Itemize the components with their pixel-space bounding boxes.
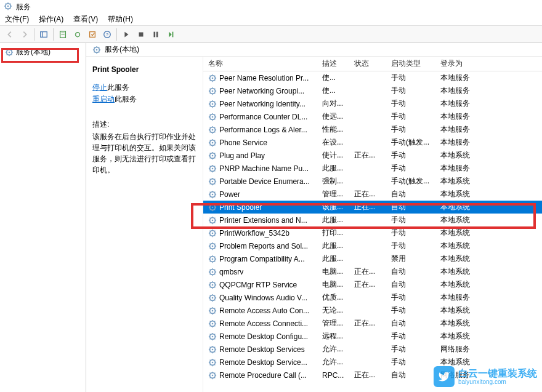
col-header-logon[interactable]: 登录为 <box>435 58 497 69</box>
cell-desc: 此服... <box>317 215 349 225</box>
service-row[interactable]: Portable Device Enumera...强制...手动(触发...本… <box>203 175 542 188</box>
gear-icon <box>208 358 217 367</box>
service-row[interactable]: Problem Reports and Sol...此服...手动本地系统 <box>203 239 542 252</box>
col-header-name[interactable]: 名称 <box>203 58 317 69</box>
restart-link[interactable]: 重启动 <box>92 95 115 103</box>
cell-desc: 此服... <box>317 163 349 174</box>
nav-forward-button[interactable] <box>18 28 31 41</box>
nav-back-button[interactable] <box>3 28 17 41</box>
service-row[interactable]: Remote Desktop Services允许...手动网络服务 <box>203 343 542 356</box>
menu-help[interactable]: 帮助(H) <box>105 13 136 26</box>
gear-icon <box>208 151 217 160</box>
gear-icon <box>208 190 217 199</box>
cell-logon: 本地服务 <box>435 163 497 174</box>
service-row[interactable]: Print Spooler该服...正在...自动本地系统 <box>203 201 542 214</box>
cell-name: PrintWorkflow_5342b <box>203 229 317 238</box>
cell-logon: 本地系统 <box>435 305 497 316</box>
cell-desc: 远程... <box>317 331 349 342</box>
cell-logon: 本地服务 <box>435 73 497 83</box>
service-row[interactable]: Peer Networking Groupi...使...手动本地服务 <box>203 84 542 97</box>
pause-service-button[interactable] <box>149 28 163 41</box>
cell-desc: 在设... <box>317 137 349 148</box>
gear-icon <box>208 177 217 186</box>
col-header-desc[interactable]: 描述 <box>317 58 349 69</box>
cell-logon: 本地系统 <box>435 150 497 161</box>
cell-start: 禁用 <box>386 254 435 264</box>
service-row[interactable]: QQPCMgr RTP Service电脑...正在...自动本地系统 <box>203 278 542 291</box>
tree-pane: 服务(本地) <box>0 43 86 392</box>
gear-icon <box>208 138 217 147</box>
stop-link[interactable]: 停止 <box>92 83 107 92</box>
info-panel: Print Spooler 停止此服务 重启动此服务 描述: 该服务在后台执行打… <box>86 57 203 392</box>
refresh-button[interactable] <box>71 28 84 41</box>
cell-desc: 电脑... <box>317 279 349 290</box>
export-button[interactable] <box>86 28 99 41</box>
cell-start: 手动 <box>386 241 435 251</box>
cell-name: Performance Logs & Aler... <box>203 126 317 134</box>
description-label: 描述: <box>92 119 196 130</box>
service-row[interactable]: Peer Networking Identity...向对...手动本地服务 <box>203 97 542 110</box>
gear-icon <box>208 268 217 276</box>
gear-icon <box>208 332 217 341</box>
cell-start: 自动 <box>386 202 435 212</box>
cell-desc: 使... <box>317 86 349 96</box>
toolbar-separator <box>53 28 54 41</box>
cell-logon: 本地系统 <box>435 318 497 329</box>
gear-icon <box>208 281 217 289</box>
cell-desc: 管理... <box>317 189 349 199</box>
service-row[interactable]: qmbsrv电脑...正在...自动本地系统 <box>203 265 542 278</box>
start-service-button[interactable] <box>119 28 133 41</box>
service-row[interactable]: Printer Extensions and N...此服...手动本地系统 <box>203 214 542 226</box>
cell-desc: 打印... <box>317 228 349 238</box>
show-hide-tree-button[interactable] <box>37 28 51 41</box>
service-row[interactable]: PNRP Machine Name Pu...此服...手动本地服务 <box>203 162 542 175</box>
cell-logon: 本地服务 <box>435 98 497 109</box>
svg-rect-10 <box>41 31 47 37</box>
service-row[interactable]: Quality Windows Audio V...优质...手动本地服务 <box>203 291 542 304</box>
svg-rect-20 <box>156 31 158 37</box>
menu-file[interactable]: 文件(F) <box>2 13 31 26</box>
stop-suffix: 此服务 <box>107 83 129 92</box>
service-row[interactable]: Phone Service在设...手动(触发...本地服务 <box>203 136 542 149</box>
list-header: 名称 描述 状态 启动类型 登录为 <box>203 57 542 71</box>
menu-view[interactable]: 查看(V) <box>71 13 100 26</box>
gear-icon <box>208 319 217 328</box>
help-button[interactable]: ? <box>100 28 114 41</box>
cell-name: Peer Name Resolution Pr... <box>203 74 317 82</box>
cell-name: Plug and Play <box>203 151 317 160</box>
gear-icon <box>208 216 217 225</box>
service-row[interactable]: Program Compatibility A...此服...禁用本地系统 <box>203 252 542 265</box>
svg-rect-21 <box>172 31 174 37</box>
service-row[interactable]: Performance Counter DL...使远...手动本地服务 <box>203 110 542 123</box>
service-row[interactable]: Remote Desktop Configu...远程...手动本地系统 <box>203 330 542 343</box>
col-header-start[interactable]: 启动类型 <box>386 58 435 69</box>
service-row[interactable]: Performance Logs & Aler...性能...手动本地服务 <box>203 123 542 136</box>
tree-root-item[interactable]: 服务(本地) <box>2 46 83 58</box>
toolbar-separator <box>116 28 117 41</box>
service-row[interactable]: Remote Access Connecti...管理...正在...自动本地系… <box>203 317 542 330</box>
watermark-title: 白云一键重装系统 <box>458 368 537 379</box>
service-row[interactable]: Power管理...正在...自动本地系统 <box>203 188 542 201</box>
cell-name: Portable Device Enumera... <box>203 177 317 186</box>
cell-desc: 此服... <box>317 254 349 264</box>
restart-service-button[interactable] <box>164 28 177 41</box>
toolbar-separator <box>34 28 34 41</box>
menu-action[interactable]: 操作(A) <box>36 13 66 26</box>
service-row[interactable]: Peer Name Resolution Pr...使...手动本地服务 <box>203 71 542 84</box>
service-row[interactable]: PrintWorkflow_5342b打印...手动本地系统 <box>203 226 542 239</box>
cell-name: Remote Procedure Call (... <box>203 371 317 380</box>
cell-name: Performance Counter DL... <box>203 113 317 121</box>
col-header-status[interactable]: 状态 <box>349 58 386 69</box>
properties-button[interactable] <box>56 28 70 41</box>
cell-logon: 本地服务 <box>435 86 497 96</box>
svg-text:?: ? <box>106 31 109 37</box>
cell-logon: 本地系统 <box>435 241 497 251</box>
cell-name: Peer Networking Groupi... <box>203 87 317 95</box>
cell-name: PNRP Machine Name Pu... <box>203 164 317 173</box>
cell-desc: 无论... <box>317 305 349 316</box>
cell-name: Remote Desktop Services <box>203 345 317 354</box>
service-row[interactable]: Plug and Play使计...正在...手动本地系统 <box>203 149 542 162</box>
stop-service-button[interactable] <box>134 28 148 41</box>
cell-logon: 本地系统 <box>435 189 497 199</box>
service-row[interactable]: Remote Access Auto Con...无论...手动本地系统 <box>203 304 542 317</box>
